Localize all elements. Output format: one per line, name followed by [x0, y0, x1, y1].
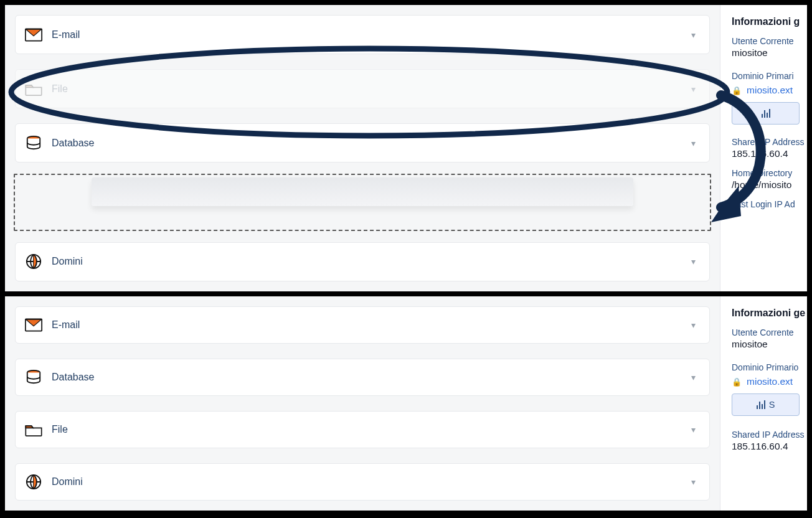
- sidebar-heading: Informazioni g: [732, 16, 800, 27]
- chevron-down-icon: ▾: [691, 138, 696, 148]
- shared-ip-value: 185.116.60.4: [732, 441, 800, 452]
- home-dir-value: /home/miosito: [732, 179, 800, 191]
- shared-ip-value: 185.116.60.4: [732, 148, 800, 159]
- card-domini[interactable]: Domini ▾: [15, 463, 710, 501]
- card-label: File: [52, 424, 691, 435]
- primary-domain-label: Dominio Primario: [732, 362, 800, 372]
- sidebar-info: Informazioni g Utente Corrente miositoe …: [720, 5, 807, 291]
- card-domini[interactable]: Domini ▾: [15, 242, 710, 281]
- card-email[interactable]: E-mail ▾: [15, 15, 710, 54]
- globe-icon: [24, 252, 43, 271]
- drop-zone[interactable]: [14, 174, 711, 231]
- card-label: Domini: [52, 256, 691, 267]
- chevron-down-icon: ▾: [691, 30, 696, 40]
- chevron-down-icon: ▾: [691, 84, 696, 94]
- main-column: E-mail ▾ Database ▾ File ▾: [5, 296, 720, 511]
- card-label: Database: [52, 372, 691, 383]
- chevron-down-icon: ▾: [691, 477, 696, 487]
- home-dir-label: Home Directory: [732, 168, 800, 178]
- shared-ip-label: Shared IP Address: [732, 430, 800, 440]
- card-file[interactable]: File ▾: [15, 411, 710, 448]
- chevron-down-icon: ▾: [691, 425, 696, 435]
- chevron-down-icon: ▾: [691, 257, 696, 266]
- panel-before: E-mail ▾ File ▾ Database ▾: [5, 5, 807, 291]
- bars-icon: [757, 400, 765, 409]
- current-user-value: miositoe: [732, 339, 800, 350]
- database-icon: [24, 134, 43, 153]
- card-label: Domini: [52, 476, 691, 487]
- card-file-dragging[interactable]: File ▾: [15, 69, 710, 108]
- main-column: E-mail ▾ File ▾ Database ▾: [5, 5, 720, 291]
- sidebar-heading: Informazioni ge: [732, 308, 800, 319]
- sidebar-info: Informazioni ge Utente Corrente miositoe…: [720, 296, 807, 511]
- primary-domain-link[interactable]: miosito.ext: [747, 85, 793, 95]
- lock-icon: 🔒: [732, 377, 742, 387]
- chevron-down-icon: ▾: [691, 372, 696, 382]
- card-label: E-mail: [52, 319, 691, 331]
- card-label: E-mail: [52, 29, 691, 40]
- bars-icon: [762, 109, 770, 118]
- folder-icon: [24, 80, 43, 98]
- chevron-down-icon: ▾: [691, 320, 696, 330]
- current-user-value: miositoe: [732, 47, 800, 59]
- card-label: Database: [52, 138, 691, 149]
- card-email[interactable]: E-mail ▾: [15, 306, 710, 344]
- globe-icon: [24, 473, 43, 491]
- mail-icon: [24, 26, 43, 44]
- last-login-label: Last Login IP Ad: [732, 199, 800, 209]
- card-database[interactable]: Database ▾: [15, 123, 710, 162]
- current-user-label: Utente Corrente: [732, 327, 800, 337]
- database-icon: [24, 368, 43, 387]
- current-user-label: Utente Corrente: [732, 36, 800, 46]
- primary-domain-link[interactable]: miosito.ext: [747, 376, 793, 387]
- stats-button[interactable]: [732, 102, 800, 125]
- drop-placeholder: [92, 177, 633, 206]
- mail-icon: [24, 316, 43, 334]
- shared-ip-label: Shared IP Address: [732, 137, 800, 147]
- card-database[interactable]: Database ▾: [15, 359, 710, 396]
- primary-domain-label: Dominio Primari: [732, 71, 800, 81]
- stats-button[interactable]: S: [732, 393, 800, 416]
- lock-icon: 🔒: [732, 86, 742, 95]
- folder-icon: [24, 420, 43, 439]
- card-label: File: [52, 83, 691, 95]
- panel-after: E-mail ▾ Database ▾ File ▾: [5, 296, 807, 511]
